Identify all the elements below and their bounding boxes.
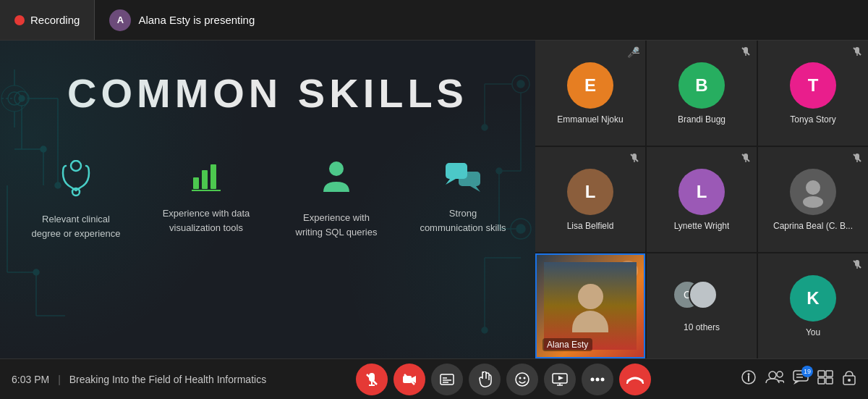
chat-button[interactable]: 19 xyxy=(793,370,809,388)
svg-rect-56 xyxy=(744,154,748,160)
alana-name-badge: Alana Esty xyxy=(542,338,592,351)
svg-point-77 xyxy=(516,373,529,386)
svg-point-92 xyxy=(769,371,776,379)
svg-point-85 xyxy=(596,377,600,381)
mute-icon-caprina xyxy=(852,153,862,165)
svg-rect-100 xyxy=(818,378,825,384)
presentation-area: COMMON SKILLS Relevant clinical degree o… xyxy=(0,41,535,358)
person-body xyxy=(572,311,608,332)
svg-marker-83 xyxy=(558,376,563,380)
svg-marker-43 xyxy=(446,179,456,185)
participants-panel: 🎤̶ E Emmanuel Njoku B Brandi Bugg T Tony… xyxy=(535,41,868,358)
svg-rect-101 xyxy=(826,378,833,384)
svg-point-27 xyxy=(496,168,502,174)
time-display: 6:03 PM xyxy=(12,374,49,385)
svg-rect-71 xyxy=(403,376,412,383)
svg-point-30 xyxy=(511,219,531,239)
svg-point-41 xyxy=(329,161,344,176)
mute-icon-lynette xyxy=(741,153,751,165)
alana-video xyxy=(544,262,637,350)
participant-tile-emmanuel[interactable]: 🎤̶ E Emmanuel Njoku xyxy=(535,41,645,146)
avatar-caprina xyxy=(790,169,836,215)
bottom-bar: 6:03 PM | Breaking Into the Field of Hea… xyxy=(0,358,868,399)
name-lynette: Lynette Wright xyxy=(674,221,730,231)
svg-point-93 xyxy=(777,371,783,377)
participant-tile-caprina[interactable]: Caprina Beal (C. B... xyxy=(758,147,868,252)
slide-title: COMMON SKILLS xyxy=(0,70,535,117)
avatar-tonya: T xyxy=(790,62,836,109)
name-you: You xyxy=(806,327,820,337)
participants-button[interactable] xyxy=(765,370,784,388)
svg-rect-38 xyxy=(202,170,208,189)
svg-point-103 xyxy=(848,379,851,382)
svg-point-35 xyxy=(71,161,81,171)
svg-rect-44 xyxy=(459,172,480,186)
main-area: COMMON SKILLS Relevant clinical degree o… xyxy=(0,41,868,358)
svg-point-61 xyxy=(806,180,820,195)
recording-badge: Recording xyxy=(0,0,95,40)
chart-icon xyxy=(190,160,222,196)
person-head xyxy=(578,284,603,309)
activities-button[interactable] xyxy=(817,370,833,388)
svg-point-86 xyxy=(601,377,605,381)
more-options-ctrl-button[interactable] xyxy=(582,364,613,395)
svg-point-34 xyxy=(482,327,488,333)
svg-point-31 xyxy=(516,224,525,233)
presenter-avatar: A xyxy=(109,9,131,31)
mute-icon-lisa xyxy=(629,153,639,165)
svg-point-7 xyxy=(1,85,27,112)
meeting-info: 6:03 PM | Breaking Into the Field of Hea… xyxy=(12,374,266,385)
svg-rect-47 xyxy=(744,47,748,54)
skill-dataviz: Experience with data visualization tools xyxy=(159,160,253,240)
participant-tile-lisa[interactable]: L Lisa Belfield xyxy=(535,147,645,252)
svg-point-14 xyxy=(55,182,61,188)
recording-label: Recording xyxy=(30,14,80,26)
person-icon xyxy=(320,160,352,201)
skill-communication: Strong communication skills xyxy=(420,160,506,240)
controls-right: 19 xyxy=(741,369,856,389)
meeting-title: Breaking Into the Field of Health Inform… xyxy=(69,374,266,385)
participant-tile-others[interactable]: C 10 others xyxy=(647,253,757,358)
avatar-lynette: L xyxy=(678,169,725,215)
name-tonya: Tonya Story xyxy=(790,114,835,125)
svg-point-4 xyxy=(41,146,46,152)
svg-point-84 xyxy=(591,377,595,381)
raise-hand-button[interactable] xyxy=(469,364,501,395)
participant-tile-you[interactable]: K You xyxy=(758,253,868,358)
svg-rect-39 xyxy=(210,164,216,189)
end-call-button[interactable] xyxy=(619,364,651,395)
participant-tile-lynette[interactable]: L Lynette Wright xyxy=(647,147,757,252)
security-button[interactable] xyxy=(842,369,856,389)
avatar-you: K xyxy=(790,275,836,322)
svg-point-20 xyxy=(512,75,529,93)
mute-icon-you xyxy=(852,259,862,272)
skill-dataviz-label: Experience with data visualization tools xyxy=(159,206,253,235)
svg-rect-64 xyxy=(855,260,859,266)
skill-communication-label: Strong communication skills xyxy=(420,206,506,235)
presenter-text: Alana Esty is presenting xyxy=(138,14,255,26)
svg-point-24 xyxy=(482,125,488,130)
controls-center xyxy=(356,364,651,395)
participant-tile-brandi[interactable]: B Brandi Bugg xyxy=(647,41,757,146)
name-caprina: Caprina Beal (C. B... xyxy=(773,221,853,231)
emoji-button[interactable] xyxy=(506,364,538,395)
svg-rect-53 xyxy=(632,154,637,160)
svg-point-0 xyxy=(14,91,29,106)
chat-icon xyxy=(444,160,482,196)
mute-audio-button[interactable] xyxy=(356,364,388,395)
mute-video-button[interactable] xyxy=(393,364,425,395)
info-button[interactable] xyxy=(741,369,757,389)
name-emmanuel: Emmanuel Njoku xyxy=(557,114,623,125)
stethoscope-icon xyxy=(60,160,92,202)
svg-point-36 xyxy=(72,188,80,196)
svg-rect-98 xyxy=(818,371,825,377)
participant-tile-tonya[interactable]: T Tonya Story xyxy=(758,41,868,146)
name-brandi: Brandi Bugg xyxy=(678,114,726,125)
stacked-avatar-2 xyxy=(689,280,718,309)
present-button[interactable] xyxy=(544,364,576,395)
captions-button[interactable] xyxy=(431,364,463,395)
svg-rect-67 xyxy=(369,373,375,382)
name-others: 10 others xyxy=(684,322,720,332)
participant-tile-alana[interactable]: ••• Alana Esty xyxy=(535,253,645,358)
svg-point-78 xyxy=(519,377,522,379)
